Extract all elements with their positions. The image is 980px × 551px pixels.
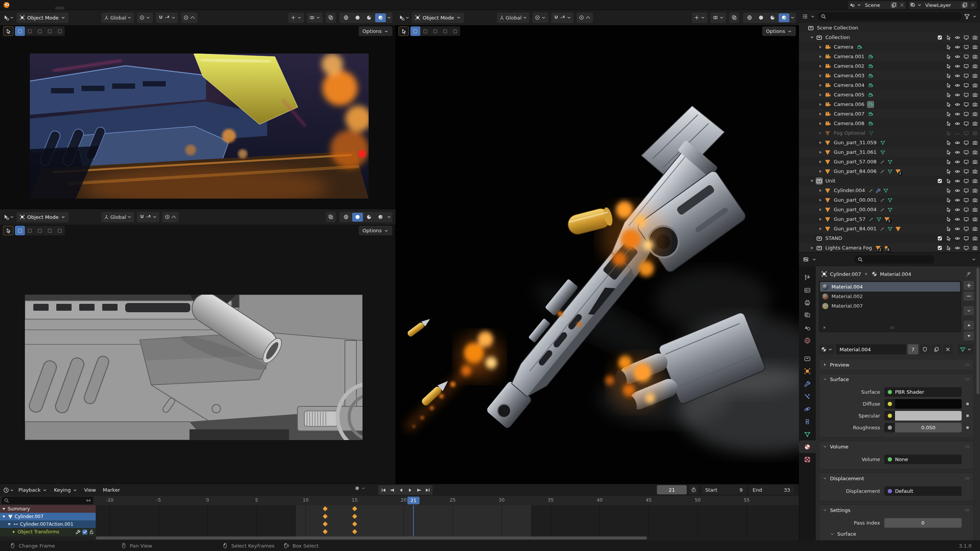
settings-surface-subpanel[interactable]: Surface xyxy=(820,529,971,538)
camera-icon[interactable] xyxy=(972,217,978,222)
object-data-icon[interactable] xyxy=(867,54,874,60)
camera-icon[interactable] xyxy=(972,73,978,78)
expander-icon[interactable] xyxy=(818,93,823,97)
proportional-editing[interactable] xyxy=(181,13,198,23)
eye-icon[interactable] xyxy=(955,64,960,69)
select-mode-extend[interactable] xyxy=(25,26,35,36)
volume-shader-field[interactable]: None xyxy=(884,455,962,464)
eye-icon[interactable] xyxy=(955,54,960,59)
eye-icon[interactable] xyxy=(955,236,960,241)
screen-icon[interactable] xyxy=(964,207,969,212)
active-tool-select-box[interactable] xyxy=(3,26,13,36)
list-filter-toggle-icon[interactable] xyxy=(822,325,827,330)
shading-solid-button[interactable] xyxy=(352,13,363,22)
select-mode-intersect[interactable] xyxy=(55,226,65,235)
properties-tab[interactable] xyxy=(799,284,816,296)
screen-icon[interactable] xyxy=(964,54,969,59)
properties-tab[interactable] xyxy=(799,453,816,466)
outliner-row[interactable]: Gun_part_00.004 xyxy=(799,205,980,214)
expander-icon[interactable] xyxy=(818,207,823,212)
expander-icon[interactable] xyxy=(818,227,823,231)
topbar-menu-item[interactable] xyxy=(26,4,34,6)
pivot-dropdown[interactable] xyxy=(137,13,153,23)
screen-icon[interactable] xyxy=(964,188,969,193)
eye-icon[interactable] xyxy=(955,197,960,203)
viewport-bottom-left-content[interactable] xyxy=(0,225,395,484)
outliner-row[interactable]: Gun_part_84.006 2 xyxy=(799,166,980,176)
camera-icon[interactable] xyxy=(972,54,978,59)
eye-closed-icon[interactable] xyxy=(955,130,960,136)
expander-icon[interactable] xyxy=(7,522,11,527)
workspace-tab[interactable] xyxy=(119,7,129,10)
screen-icon[interactable] xyxy=(964,83,969,88)
cursor-icon[interactable] xyxy=(946,140,951,145)
eye-icon[interactable] xyxy=(955,217,960,222)
shading-wireframe-button[interactable] xyxy=(744,13,755,22)
outliner-row[interactable]: Fog Optional xyxy=(799,128,980,138)
specular-color-field[interactable] xyxy=(884,411,962,421)
properties-tab[interactable] xyxy=(799,352,816,365)
proportional-editing[interactable] xyxy=(162,212,179,222)
outliner-row[interactable]: Camera.002 xyxy=(799,61,980,71)
xray-toggle[interactable] xyxy=(326,212,336,222)
scene-selector[interactable]: Scene xyxy=(848,1,906,9)
camera-icon[interactable] xyxy=(972,150,978,155)
mode-dropdown[interactable]: Object Mode xyxy=(16,13,69,23)
workspace-tab[interactable] xyxy=(74,7,83,10)
cursor-icon[interactable] xyxy=(946,92,951,98)
object-data-icon[interactable] xyxy=(867,63,874,69)
object-data-icon[interactable] xyxy=(887,159,893,165)
active-tool-select-box[interactable] xyxy=(399,26,409,36)
check-box-icon[interactable] xyxy=(937,178,942,184)
eye-icon[interactable] xyxy=(955,226,960,231)
select-mode-new[interactable] xyxy=(15,26,25,36)
object-data-icon[interactable] xyxy=(868,130,874,136)
cursor-icon[interactable] xyxy=(946,35,951,40)
snap-controls[interactable] xyxy=(137,212,159,222)
expander-icon[interactable] xyxy=(818,45,823,49)
outliner-row[interactable]: Camera.007 xyxy=(799,109,980,119)
shading-rendered-button[interactable] xyxy=(375,213,386,222)
camera-off-icon[interactable] xyxy=(972,130,978,136)
eye-icon[interactable] xyxy=(955,159,960,165)
screen-icon[interactable] xyxy=(964,159,969,165)
shading-rendered-button[interactable] xyxy=(375,13,386,22)
workspace-tab[interactable] xyxy=(110,7,119,10)
cursor-icon[interactable] xyxy=(946,245,951,251)
move-slot-up-button[interactable] xyxy=(964,321,974,330)
timeline-menu-item[interactable]: Keying xyxy=(51,486,81,494)
viewport-menu-item[interactable] xyxy=(78,215,85,218)
select-mode-new[interactable] xyxy=(410,26,420,36)
object-data-icon[interactable] xyxy=(880,149,886,155)
timeline-scrollbar[interactable] xyxy=(96,536,647,540)
camera-icon[interactable] xyxy=(972,178,978,184)
eye-icon[interactable] xyxy=(955,169,960,174)
screen-icon[interactable] xyxy=(964,245,969,251)
jump-to-start-button[interactable] xyxy=(379,486,388,494)
expander-icon[interactable] xyxy=(810,236,814,241)
cursor-icon[interactable] xyxy=(946,197,951,203)
camera-icon[interactable] xyxy=(972,236,978,241)
properties-options-icon[interactable] xyxy=(972,257,976,262)
eye-icon[interactable] xyxy=(955,92,960,98)
panel-grip-icon[interactable] xyxy=(965,476,970,481)
camera-icon[interactable] xyxy=(972,111,978,117)
outliner-row[interactable]: Camera.005 xyxy=(799,90,980,99)
outliner-row[interactable]: Camera.006 xyxy=(799,99,980,109)
check-box-icon[interactable] xyxy=(937,35,942,40)
object-data-icon[interactable] xyxy=(867,73,874,79)
editor-type-icon[interactable] xyxy=(3,15,9,21)
screen-icon[interactable] xyxy=(964,44,969,50)
topbar-menu-item[interactable] xyxy=(11,4,18,6)
screen-icon[interactable] xyxy=(964,73,969,78)
screen-icon[interactable] xyxy=(964,35,969,40)
select-mode-subtract[interactable] xyxy=(35,26,45,36)
next-keyframe-button[interactable] xyxy=(414,486,423,494)
eye-icon[interactable] xyxy=(955,245,960,251)
outliner-row[interactable]: Lights Camera Fog 2 8 xyxy=(799,243,980,253)
cursor-icon[interactable] xyxy=(946,64,951,69)
viewport-menu-item[interactable] xyxy=(466,16,473,19)
add-slot-button[interactable] xyxy=(964,281,974,290)
options-dropdown[interactable]: Options xyxy=(359,226,392,235)
properties-tab[interactable] xyxy=(799,428,816,440)
